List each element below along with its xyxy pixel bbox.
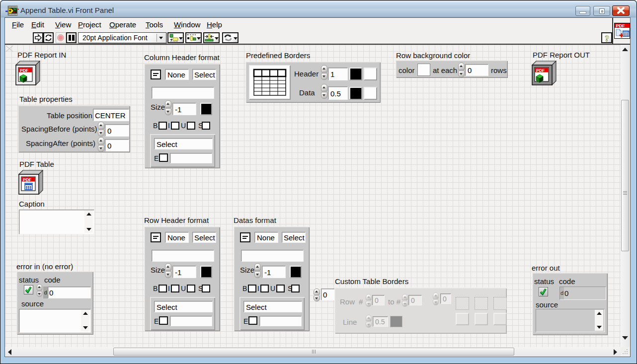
svg-text:PDF: PDF — [20, 68, 28, 73]
svg-text:PDF: PDF — [536, 68, 545, 73]
svg-text:PDF: PDF — [23, 177, 31, 182]
svg-text:PDF: PDF — [616, 23, 626, 28]
svg-text:?: ? — [605, 34, 609, 43]
